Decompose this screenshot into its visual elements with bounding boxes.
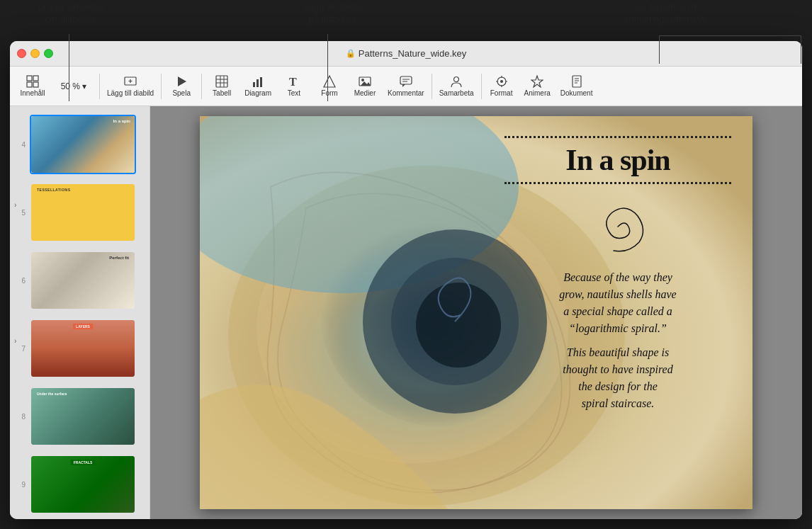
svg-point-25	[454, 77, 459, 82]
svg-rect-0	[27, 76, 32, 81]
chart-icon	[252, 75, 264, 88]
annotation-1: Dra för att ordna om diabilder.	[14, 1, 128, 25]
collaborate-icon	[450, 75, 463, 88]
ann3-hline	[659, 35, 801, 36]
comment-icon	[400, 75, 412, 88]
media-icon	[359, 75, 371, 88]
animate-icon	[531, 75, 543, 88]
slide-img-7: LAYERS	[30, 319, 136, 378]
window-title: 🔒 Patterns_Nature_wide.key	[346, 48, 466, 59]
svg-rect-1	[33, 76, 38, 81]
svg-rect-15	[260, 77, 262, 87]
slide-title: In a spin	[504, 144, 731, 176]
svg-text:T: T	[289, 76, 297, 88]
toolbar: Innehåll 50 % ▾ Lägg till diabild Spela	[10, 67, 802, 106]
slide-num-7: 7	[16, 345, 26, 353]
slide-img-5: TESSELLATIONS	[30, 183, 136, 242]
toolbar-btn-diagram[interactable]: Diagram	[240, 69, 276, 103]
toolbar-btn-form[interactable]: Form	[312, 69, 346, 103]
slide-body-text-1: Because of the way they grow, nautilus s…	[504, 269, 731, 337]
svg-point-27	[500, 80, 503, 83]
document-icon	[570, 75, 583, 88]
toolbar-divider-5	[481, 74, 482, 99]
toolbar-btn-medier[interactable]: Medier	[348, 69, 382, 103]
slide-thumb-6[interactable]: 6 Perfect fit	[10, 248, 150, 313]
toolbar-divider-4	[432, 74, 432, 99]
slide-num-6: 6	[16, 277, 26, 285]
app-window: 🔒 Patterns_Nature_wide.key Innehåll 50 %…	[10, 41, 802, 519]
maximize-button[interactable]	[44, 49, 53, 58]
spiral-icon	[582, 191, 653, 262]
slide-body-text-2: This beautiful shape is thought to have …	[504, 344, 731, 412]
toolbar-divider-3	[201, 74, 202, 99]
svg-rect-33	[573, 76, 581, 87]
titlebar: 🔒 Patterns_Nature_wide.key	[10, 41, 802, 67]
toolbar-btn-add-slide[interactable]: Lägg till diabild	[103, 69, 158, 103]
svg-rect-3	[33, 82, 38, 87]
toolbar-btn-format[interactable]: Format	[485, 69, 519, 103]
slide-thumb-9[interactable]: 9 FRACTALS	[10, 452, 150, 517]
toolbar-btn-text[interactable]: T Text	[277, 69, 311, 103]
slide-num-8: 8	[16, 413, 26, 421]
svg-marker-32	[531, 76, 543, 87]
svg-rect-8	[216, 76, 227, 87]
svg-marker-7	[178, 76, 186, 86]
toolbar-btn-spela[interactable]: Spela	[164, 69, 198, 103]
slide-thumb-4[interactable]: 4 In a spin	[10, 112, 150, 177]
innehall-icon	[26, 75, 39, 88]
annotation-3: Se format- och animeringsalternativ.	[567, 1, 765, 25]
slide-img-4: In a spin	[30, 115, 136, 174]
slide-img-8: Under the surface	[30, 387, 136, 446]
dotted-line-top	[504, 136, 731, 138]
svg-marker-17	[324, 76, 335, 87]
slide-num-9: 9	[16, 481, 26, 489]
slide-panel[interactable]: 4 In a spin › 5 TESSELLATIONS	[10, 106, 150, 519]
slide-img-9: FRACTALS	[30, 455, 136, 514]
chevron-7-icon: ›	[14, 337, 16, 345]
slide-thumb-8[interactable]: 8 Under the surface	[10, 384, 150, 449]
svg-rect-2	[27, 82, 32, 87]
toolbar-btn-dokument[interactable]: Dokument	[556, 69, 597, 103]
slide-thumb-7[interactable]: › 7 LAYERS	[10, 316, 150, 381]
slide-num-5: 5	[16, 209, 26, 217]
add-slide-icon	[124, 75, 137, 88]
text-icon: T	[288, 75, 300, 88]
slide-canvas: In a spin Because of the way they grow, …	[200, 116, 752, 509]
play-icon	[175, 75, 188, 88]
slide-num-4: 4	[16, 141, 26, 149]
shape-icon	[323, 75, 336, 88]
svg-point-19	[361, 79, 364, 81]
toolbar-btn-innehall[interactable]: Innehåll	[16, 69, 50, 103]
format-icon	[495, 75, 508, 88]
toolbar-divider-1	[99, 74, 100, 99]
table-icon	[215, 75, 228, 88]
toolbar-btn-tabell[interactable]: Tabell	[205, 69, 239, 103]
minimize-button[interactable]	[30, 49, 40, 58]
traffic-lights	[17, 49, 53, 58]
toolbar-btn-samarbeta[interactable]: Samarbeta	[435, 69, 478, 103]
svg-rect-21	[400, 76, 412, 84]
slide-img-6: Perfect fit	[30, 251, 136, 310]
toolbar-btn-animera[interactable]: Animera	[520, 69, 555, 103]
dotted-line-bottom	[504, 182, 731, 184]
chevron-5-icon: ›	[14, 201, 16, 209]
toolbar-divider-2	[161, 74, 162, 99]
svg-point-44	[416, 283, 501, 368]
main-area: 4 In a spin › 5 TESSELLATIONS	[10, 106, 802, 519]
svg-rect-14	[256, 79, 259, 87]
svg-rect-13	[253, 82, 255, 87]
close-button[interactable]	[17, 49, 26, 58]
toolbar-btn-zoom[interactable]: 50 % ▾	[51, 69, 96, 103]
lock-icon: 🔒	[346, 49, 356, 58]
slide-editor[interactable]: In a spin Because of the way they grow, …	[150, 106, 802, 519]
slide-thumb-5[interactable]: › 5 TESSELLATIONS	[10, 180, 150, 245]
annotation-2: Lägg till objekt på diabilder.	[276, 1, 390, 25]
svg-marker-20	[361, 81, 371, 86]
slide-text-panel: In a spin Because of the way they grow, …	[504, 130, 731, 418]
toolbar-btn-kommentar[interactable]: Kommentar	[383, 69, 429, 103]
